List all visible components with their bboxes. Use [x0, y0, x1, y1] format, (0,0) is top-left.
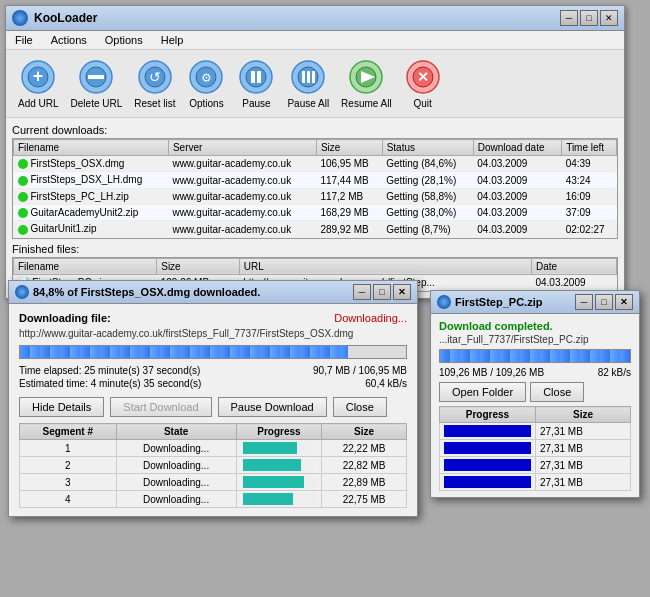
maximize-button[interactable]: □	[580, 10, 598, 26]
svg-rect-18	[302, 71, 305, 83]
seg-state: Downloading...	[116, 474, 236, 491]
reset-list-button[interactable]: ↺ Reset list	[132, 56, 177, 111]
segment-row: 27,31 MB	[440, 423, 631, 440]
segment-row: 4 Downloading... 22,75 MB	[20, 491, 407, 508]
current-downloads-section: Current downloads: Filename Server Size …	[12, 124, 618, 239]
menu-bar: File Actions Options Help	[6, 31, 624, 50]
col-filename: Filename	[14, 140, 169, 156]
dlg1-stats-2: Estimated time: 4 minute(s) 35 second(s)…	[19, 378, 407, 389]
cell-status: Getting (84,6%)	[382, 156, 473, 172]
toolbar: + Add URL Delete URL ↺	[6, 50, 624, 118]
seg-state: Downloading...	[116, 440, 236, 457]
dlg1-url: http://www.guitar-academy.co.uk/firstSte…	[19, 328, 407, 339]
seg2-size: 27,31 MB	[536, 423, 631, 440]
seg-progress	[236, 474, 322, 491]
seg-state: Downloading...	[116, 457, 236, 474]
dlg1-maximize[interactable]: □	[373, 284, 391, 300]
menu-help[interactable]: Help	[158, 33, 187, 47]
table-row: FirstSteps_DSX_LH.dmg www.guitar-academy…	[14, 172, 617, 188]
dlg1-progress-bar	[19, 345, 407, 359]
pause-download-button[interactable]: Pause Download	[218, 397, 327, 417]
pause-all-icon	[289, 58, 327, 96]
cell-date: 04.03.2009	[473, 221, 561, 237]
add-url-button[interactable]: + Add URL	[16, 56, 61, 111]
svg-text:+: +	[33, 66, 44, 86]
svg-point-13	[246, 67, 266, 87]
pause-label: Pause	[242, 98, 270, 109]
cell-date: 04.03.2009	[473, 188, 561, 204]
cell-size: 106,95 MB	[316, 156, 382, 172]
seg-progress-fill	[243, 459, 301, 471]
dlg1-downloaded: 90,7 MB / 106,95 MB	[313, 365, 407, 376]
start-download-button[interactable]: Start Download	[110, 397, 211, 417]
cell-size: 289,92 MB	[316, 221, 382, 237]
seg2-progress-bar	[444, 476, 531, 488]
minimize-button[interactable]: ─	[560, 10, 578, 26]
dlg1-downloading-label: Downloading file:	[19, 312, 111, 324]
dlg2-close[interactable]: ✕	[615, 294, 633, 310]
menu-file[interactable]: File	[12, 33, 36, 47]
dlg1-title-bar: 84,8% of FirstSteps_OSX.dmg downloaded. …	[9, 281, 417, 304]
main-title-bar: KooLoader ─ □ ✕	[6, 6, 624, 31]
segment-row: 1 Downloading... 22,22 MB	[20, 440, 407, 457]
dlg2-minimize[interactable]: ─	[575, 294, 593, 310]
download-dialog-2: FirstStep_PC.zip ─ □ ✕ Download complete…	[430, 290, 640, 498]
dlg1-minimize[interactable]: ─	[353, 284, 371, 300]
dlg1-close-button[interactable]: Close	[333, 397, 387, 417]
dlg1-progress-fill	[20, 346, 348, 358]
seg2-size: 27,31 MB	[536, 457, 631, 474]
svg-rect-15	[257, 71, 261, 83]
open-folder-button[interactable]: Open Folder	[439, 382, 526, 402]
col-ff-size: Size	[157, 258, 240, 274]
seg2-progress	[440, 457, 536, 474]
seg2-progress	[440, 440, 536, 457]
svg-rect-19	[307, 71, 310, 83]
col-status: Status	[382, 140, 473, 156]
seg-size: 22,22 MB	[322, 440, 407, 457]
seg-size: 22,89 MB	[322, 474, 407, 491]
quit-button[interactable]: ✕ Quit	[402, 56, 444, 111]
dlg2-progress-bar	[439, 349, 631, 363]
svg-rect-5	[88, 75, 104, 79]
segment-table-2: Progress Size 27,31 MB 27,31 MB 27,31 MB…	[439, 406, 631, 491]
delete-url-label: Delete URL	[71, 98, 123, 109]
reset-list-label: Reset list	[134, 98, 175, 109]
reset-list-icon: ↺	[136, 58, 174, 96]
dlg1-title: 84,8% of FirstSteps_OSX.dmg downloaded.	[33, 286, 260, 298]
resume-all-button[interactable]: Resume All	[339, 56, 394, 111]
seg-progress	[236, 457, 322, 474]
svg-text:⚙: ⚙	[201, 71, 212, 85]
current-downloads-label: Current downloads:	[12, 124, 618, 136]
seg-progress-bar	[243, 476, 316, 488]
dlg1-label-row: Downloading file: Downloading...	[19, 312, 407, 324]
menu-options[interactable]: Options	[102, 33, 146, 47]
col-ff-filename: Filename	[14, 258, 157, 274]
status-dot	[18, 159, 28, 169]
pause-all-button[interactable]: Pause All	[285, 56, 331, 111]
dlg1-close[interactable]: ✕	[393, 284, 411, 300]
cell-date: 04.03.2009	[473, 205, 561, 221]
seg-progress-bar	[243, 459, 316, 471]
cell-status: Getting (8,7%)	[382, 221, 473, 237]
dlg2-speed: 82 kB/s	[598, 367, 631, 378]
close-button[interactable]: ✕	[600, 10, 618, 26]
seg2-progress-bar	[444, 459, 531, 471]
resume-all-icon	[347, 58, 385, 96]
seg-state: Downloading...	[116, 491, 236, 508]
seg-progress	[236, 491, 322, 508]
dlg1-speed: 60,4 kB/s	[365, 378, 407, 389]
dlg2-maximize[interactable]: □	[595, 294, 613, 310]
dlg2-close-button[interactable]: Close	[530, 382, 584, 402]
seg-num: 4	[20, 491, 117, 508]
dlg2-downloaded: 109,26 MB / 109,26 MB	[439, 367, 544, 378]
menu-actions[interactable]: Actions	[48, 33, 90, 47]
seg2-progress	[440, 423, 536, 440]
cell-time: 02:02:27	[562, 221, 617, 237]
delete-url-button[interactable]: Delete URL	[69, 56, 125, 111]
cell-filename: FirstSteps_PC_LH.zip	[14, 188, 169, 204]
options-button[interactable]: ⚙ Options	[185, 56, 227, 111]
dlg1-body: Downloading file: Downloading... http://…	[9, 304, 417, 516]
hide-details-button[interactable]: Hide Details	[19, 397, 104, 417]
pause-button[interactable]: Pause	[235, 56, 277, 111]
seg2-progress-bar	[444, 425, 531, 437]
